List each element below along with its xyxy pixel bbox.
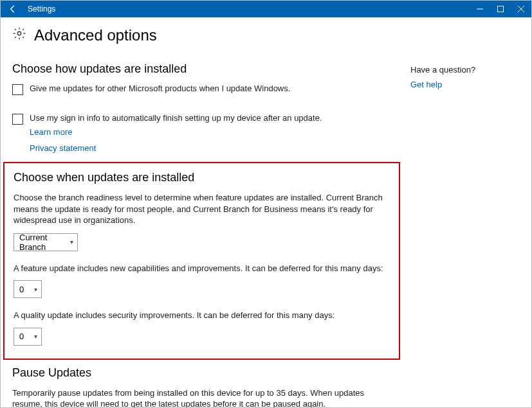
- chevron-down-icon: ▾: [70, 238, 73, 245]
- titlebar: Settings: [1, 1, 531, 17]
- privacy-statement-link[interactable]: Privacy statement: [30, 143, 96, 153]
- feature-defer-dropdown[interactable]: 0 ▾: [14, 280, 42, 298]
- gear-icon: [12, 26, 26, 44]
- page-title: Advanced options: [34, 26, 157, 44]
- svg-point-4: [17, 31, 21, 35]
- branch-readiness-value: Current Branch: [19, 233, 66, 252]
- quality-defer-label: A quality update includes security impro…: [14, 310, 391, 321]
- feature-defer-value: 0: [19, 285, 24, 294]
- install-when-highlight: Choose when updates are installed Choose…: [3, 162, 400, 360]
- label-signin-finish: Use my sign in info to automatically fin…: [30, 113, 322, 124]
- back-button[interactable]: [1, 1, 25, 17]
- maximize-button[interactable]: [490, 1, 511, 17]
- section-install-how-title: Choose how updates are installed: [12, 62, 400, 76]
- window-title: Settings: [25, 4, 55, 13]
- label-other-products: Give me updates for other Microsoft prod…: [30, 84, 290, 94]
- install-when-description: Choose the branch readiness level to det…: [14, 192, 387, 226]
- branch-readiness-dropdown[interactable]: Current Branch ▾: [14, 233, 78, 251]
- svg-rect-1: [498, 6, 504, 12]
- checkbox-other-products[interactable]: [12, 84, 23, 95]
- learn-more-link[interactable]: Learn more: [30, 127, 72, 137]
- chevron-down-icon: ▾: [34, 286, 37, 293]
- minimize-button[interactable]: [470, 1, 490, 17]
- quality-defer-value: 0: [19, 332, 24, 341]
- get-help-link[interactable]: Get help: [410, 80, 442, 89]
- section-pause-title: Pause Updates: [12, 366, 400, 380]
- chevron-down-icon: ▾: [34, 333, 37, 340]
- feature-defer-label: A feature update includes new capabiliti…: [14, 263, 391, 274]
- pause-description: Temporarily pause updates from being ins…: [12, 387, 392, 408]
- sidebar-question: Have a question?: [410, 65, 520, 75]
- checkbox-signin-finish[interactable]: [12, 114, 23, 125]
- quality-defer-dropdown[interactable]: 0 ▾: [14, 328, 42, 346]
- close-button[interactable]: [511, 1, 531, 17]
- section-install-when-title: Choose when updates are installed: [14, 171, 391, 184]
- page-heading-row: Advanced options: [12, 26, 400, 44]
